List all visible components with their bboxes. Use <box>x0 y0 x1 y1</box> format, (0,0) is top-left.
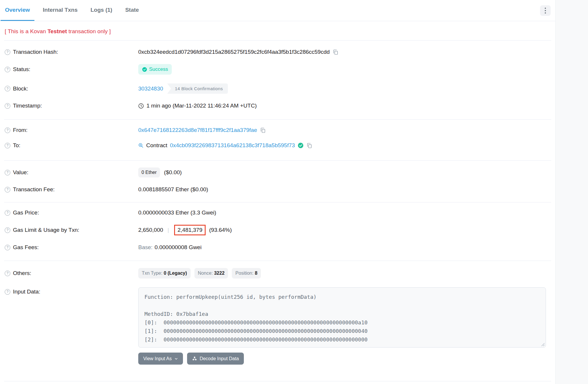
row-value: Txn Type: 0 (Legacy) Nonce: 3222 Positio… <box>138 268 551 279</box>
input-data-area: Function: performUpkeep(uint256 id, byte… <box>138 287 546 365</box>
position-value: 8 <box>255 271 257 276</box>
row-label: ? Status: <box>5 66 138 73</box>
help-icon[interactable]: ? <box>5 210 10 216</box>
magnifier-plus-icon[interactable] <box>138 143 144 148</box>
row-label: ? Gas Fees: <box>5 244 138 251</box>
help-icon[interactable]: ? <box>5 187 10 192</box>
input-data-textarea[interactable]: Function: performUpkeep(uint256 id, byte… <box>138 287 546 348</box>
clock-icon <box>138 103 144 109</box>
copy-icon[interactable] <box>332 49 339 55</box>
to-label: To: <box>13 142 20 149</box>
testnet-notice: [ This is a Kovan Testnet transaction on… <box>0 21 555 40</box>
row-value: 0xcb324eedcd1d07296fdf3d215a2865275f159c… <box>138 49 551 55</box>
decode-icon <box>192 356 197 361</box>
txn-type-value: 0 (Legacy) <box>164 271 187 276</box>
position-key: Position: <box>235 271 253 276</box>
notice-bold: Testnet <box>47 28 67 34</box>
value-amount-badge: 0 Ether <box>138 167 160 177</box>
transaction-hash-label: Transaction Hash: <box>13 49 58 55</box>
transaction-fee-value: 0.0081885507 Ether ($0.00) <box>138 186 208 193</box>
kebab-dot <box>545 10 546 11</box>
row-label: ? Block: <box>5 85 138 92</box>
row-value: 30324830 14 Block Confirmations <box>138 83 551 94</box>
help-icon[interactable]: ? <box>5 271 10 276</box>
help-icon[interactable]: ? <box>5 128 10 133</box>
transaction-details-page: Overview Internal Txns Logs (1) State [ … <box>0 0 588 384</box>
nonce-badge: Nonce: 3222 <box>194 268 228 279</box>
section-gas: ? Gas Price: 0.0000000033 Ether (3.3 Gwe… <box>0 202 555 261</box>
value-label: Value: <box>13 169 28 176</box>
transaction-fee-label: Transaction Fee: <box>13 186 55 193</box>
gas-price-value: 0.0000000033 Ether (3.3 Gwei) <box>138 209 216 216</box>
txn-type-badge: Txn Type: 0 (Legacy) <box>138 268 191 279</box>
row-label: ? Transaction Fee: <box>5 186 138 193</box>
from-address-link[interactable]: 0x647e7168122263d8e7f81f17fff9c2f1aa379f… <box>138 127 257 133</box>
gas-used-percent: (93.64%) <box>209 227 232 233</box>
transaction-card: Overview Internal Txns Logs (1) State [ … <box>0 0 555 381</box>
help-icon[interactable]: ? <box>5 245 10 250</box>
resize-handle[interactable] <box>541 343 545 346</box>
page-background-gutter <box>555 0 588 384</box>
help-icon[interactable]: ? <box>5 103 10 109</box>
notice-prefix: [ This is a Kovan <box>5 28 47 34</box>
section-addresses: ? From: 0x647e7168122263d8e7f81f17fff9c2… <box>0 120 555 160</box>
row-value: 0 Ether ($0.00) <box>138 167 551 177</box>
gas-limit-usage-label: Gas Limit & Usage by Txn: <box>13 227 79 233</box>
view-input-as-button[interactable]: View Input As <box>138 353 183 365</box>
row-label: ? Value: <box>5 169 138 176</box>
row-label: ? Timestamp: <box>5 103 138 109</box>
timestamp-value: 1 min ago (Mar-11-2022 11:46:24 AM +UTC) <box>146 103 257 109</box>
row-label: ? From: <box>5 127 138 133</box>
help-icon[interactable]: ? <box>5 170 10 175</box>
block-number-link[interactable]: 30324830 <box>138 85 163 92</box>
gas-price-label: Gas Price: <box>13 209 39 216</box>
others-label: Others: <box>13 270 31 276</box>
tab-logs[interactable]: Logs (1) <box>86 0 117 21</box>
value-usd-text: ($0.00) <box>164 169 182 176</box>
decode-input-data-label: Decode Input Data <box>200 356 239 361</box>
section-overview-top: ? Transaction Hash: 0xcb324eedcd1d07296f… <box>0 41 555 119</box>
copy-icon[interactable] <box>306 142 312 149</box>
copy-icon[interactable] <box>260 127 266 133</box>
txn-type-key: Txn Type: <box>142 271 162 276</box>
input-data-actions: View Input As Decode Input Data <box>138 353 546 365</box>
notice-suffix: transaction only ] <box>67 28 111 34</box>
gas-used-highlight-box: 2,481,379 <box>174 225 206 235</box>
separator-bar: | <box>166 227 171 233</box>
help-icon[interactable]: ? <box>5 67 10 72</box>
row-to: ? To: Contract 0x4cb093f226983713164a621… <box>0 138 555 153</box>
row-value: 1 min ago (Mar-11-2022 11:46:24 AM +UTC) <box>138 103 551 109</box>
help-icon[interactable]: ? <box>5 227 10 233</box>
row-from: ? From: 0x647e7168122263d8e7f81f17fff9c2… <box>0 123 555 138</box>
row-transaction-hash: ? Transaction Hash: 0xcb324eedcd1d07296f… <box>0 44 555 60</box>
from-label: From: <box>13 127 28 133</box>
row-timestamp: ? Timestamp: 1 min ago (Mar-11-2022 11:4… <box>0 98 555 113</box>
status-badge: Success <box>138 64 172 75</box>
row-label: ? Gas Limit & Usage by Txn: <box>5 227 138 233</box>
row-status: ? Status: Success <box>0 60 555 79</box>
tab-overview[interactable]: Overview <box>1 0 34 21</box>
section-others-input: ? Others: Txn Type: 0 (Legacy) Nonce: 32… <box>0 261 555 381</box>
to-address-link[interactable]: 0x4cb093f226983713164a62138c3f718a5b595f… <box>170 142 295 149</box>
kebab-dot <box>545 8 546 9</box>
row-value: Contract 0x4cb093f226983713164a62138c3f7… <box>138 142 551 149</box>
kebab-dot <box>545 12 546 14</box>
row-gas-fees: ? Gas Fees: Base: 0.000000008 Gwei <box>0 240 555 255</box>
row-value-amount: ? Value: 0 Ether ($0.00) <box>0 163 555 182</box>
help-icon[interactable]: ? <box>5 143 10 148</box>
row-block: ? Block: 30324830 14 Block Confirmations <box>0 79 555 98</box>
row-label: ? To: <box>5 142 138 149</box>
gas-fees-base-label: Base: <box>138 244 153 251</box>
row-gas-price: ? Gas Price: 0.0000000033 Ether (3.3 Gwe… <box>0 205 555 220</box>
help-icon[interactable]: ? <box>5 49 10 55</box>
gas-fees-label: Gas Fees: <box>13 244 39 251</box>
help-icon[interactable]: ? <box>5 289 10 295</box>
help-icon[interactable]: ? <box>5 86 10 91</box>
tab-internal-txns[interactable]: Internal Txns <box>39 0 82 21</box>
tab-state[interactable]: State <box>121 0 143 21</box>
tab-bar: Overview Internal Txns Logs (1) State <box>0 0 555 21</box>
row-label: ? Others: <box>5 270 138 276</box>
block-confirmations-badge: 14 Block Confirmations <box>167 83 228 94</box>
decode-input-data-button[interactable]: Decode Input Data <box>187 353 244 365</box>
more-options-button[interactable] <box>540 5 551 16</box>
